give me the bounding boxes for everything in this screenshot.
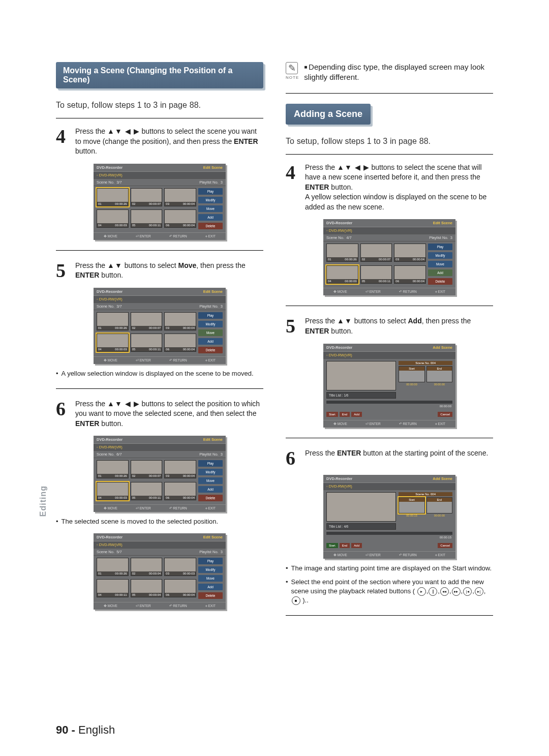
screenshot-edit-4: DVD-RecorderEdit Scene ◦ DVD-RW(VR) Scen… bbox=[56, 533, 263, 610]
scene-thumb: 0600:00:04 bbox=[164, 334, 196, 352]
menu-modify: Modify bbox=[198, 469, 223, 475]
scene-thumb: 0300:00:03 bbox=[164, 558, 196, 576]
scene-thumb: 0600:00:04 bbox=[164, 209, 196, 228]
step-5-right: 5 Press the ▲▼ buttons to select Add, th… bbox=[286, 316, 493, 336]
tv-screen: DVD-RecorderEdit Scene ◦ DVD-RW(VR) Scen… bbox=[323, 219, 455, 295]
note-text: Depending disc type, the displayed scree… bbox=[304, 62, 493, 83]
scene-thumb: 0200:00:04 bbox=[131, 558, 163, 576]
tv-screen: DVD-RecorderAdd Scene ◦ DVD-RW(VR) Title… bbox=[323, 344, 455, 428]
menu-delete: Delete bbox=[198, 495, 223, 501]
scene-thumb: 0400:00:03 bbox=[326, 265, 358, 284]
menu-delete: Delete bbox=[198, 347, 223, 353]
scene-thumb: 0500:00:11 bbox=[360, 265, 392, 284]
scene-thumb: 0400:00:03 bbox=[97, 334, 129, 352]
note-icon: ✎ bbox=[286, 62, 298, 74]
right-column: ✎ NOTE Depending disc type, the displaye… bbox=[286, 62, 493, 626]
scene-thumb: 0100:00:26 bbox=[326, 244, 358, 262]
section-heading-adding: Adding a Scene bbox=[286, 104, 371, 125]
menu-modify: Modify bbox=[198, 321, 223, 327]
tv-screen: DVD-RecorderEdit Scene ◦ DVD-RW(VR) Scen… bbox=[94, 436, 226, 512]
lead-left: To setup, follow steps 1 to 3 in page 88… bbox=[56, 101, 263, 110]
bullet-start-window: The image and starting point time are di… bbox=[286, 564, 493, 573]
section-heading-moving: Moving a Scene (Changing the Position of… bbox=[56, 62, 263, 88]
side-tab: Editing bbox=[39, 486, 48, 517]
menu-play: Play bbox=[198, 558, 223, 564]
menu-add: Add bbox=[198, 584, 223, 590]
preview-image bbox=[326, 361, 396, 390]
timeline bbox=[326, 401, 452, 404]
menu-play: Play bbox=[428, 244, 452, 250]
scene-thumb: 0100:00:26 bbox=[97, 558, 129, 576]
menu-add: Add bbox=[198, 338, 223, 345]
step-5-left: 5 Press the ▲▼ buttons to select Move, t… bbox=[56, 261, 263, 281]
tv-screen: DVD-RecorderEdit Scene ◦ DVD-RW(VR) Scen… bbox=[94, 164, 226, 240]
screenshot-add-1: DVD-RecorderAdd Scene ◦ DVD-RW(VR) Title… bbox=[286, 344, 493, 428]
menu-delete: Delete bbox=[198, 223, 223, 229]
menu-modify: Modify bbox=[428, 252, 452, 259]
skip-back-icon: |◂ bbox=[463, 587, 472, 596]
screenshot-edit-1: DVD-RecorderEdit Scene ◦ DVD-RW(VR) Scen… bbox=[56, 164, 263, 240]
note-yellow-window: A yellow selection window is displayed o… bbox=[56, 369, 263, 378]
step-4-left: 4 Press the ▲▼ ◀ ▶ buttons to select the… bbox=[56, 127, 263, 157]
scene-thumb: 0500:00:11 bbox=[131, 334, 163, 352]
menu-modify: Modify bbox=[198, 566, 223, 573]
addsc-cancel: Cancel bbox=[438, 412, 452, 417]
addsc-end: End bbox=[340, 543, 350, 548]
addsc-end: End bbox=[340, 412, 350, 417]
timeline bbox=[326, 532, 452, 535]
addsc-start: Start bbox=[326, 543, 338, 548]
play-icon: ▸ bbox=[417, 587, 426, 596]
scene-thumb: 0400:00:03 bbox=[97, 209, 129, 228]
scene-thumb: 0200:00:07 bbox=[131, 312, 163, 330]
scene-thumb: 0500:00:11 bbox=[131, 209, 163, 228]
menu-delete: Delete bbox=[428, 278, 452, 285]
stop-icon: ■ bbox=[292, 596, 300, 605]
page-footer: 90 - English bbox=[56, 723, 115, 737]
scene-thumb: 0300:00:04 bbox=[164, 188, 196, 206]
note-label: NOTE bbox=[286, 75, 299, 80]
menu-play: Play bbox=[198, 460, 223, 467]
lead-right: To setup, follow steps 1 to 3 in page 88… bbox=[286, 137, 493, 146]
preview-image bbox=[326, 492, 396, 522]
screenshot-edit-right: DVD-RecorderEdit Scene ◦ DVD-RW(VR) Scen… bbox=[286, 219, 493, 295]
menu-move: Move bbox=[198, 205, 223, 212]
menu-move: Move bbox=[198, 329, 223, 336]
note-box: ✎ NOTE Depending disc type, the displaye… bbox=[286, 62, 493, 83]
step-6-right: 6 Press the ENTER button at the starting… bbox=[286, 448, 493, 468]
addsc-start: Start bbox=[326, 412, 338, 417]
scene-thumb: 0300:00:04 bbox=[164, 460, 196, 478]
addsc-add: Add bbox=[351, 412, 362, 417]
skip-fwd-icon: ▸| bbox=[475, 587, 483, 596]
scene-thumb: 0400:00:11 bbox=[97, 579, 129, 597]
scene-thumb: 0600:00:04 bbox=[394, 265, 426, 284]
menu-move: Move bbox=[198, 575, 223, 582]
menu-play: Play bbox=[198, 188, 223, 195]
menu-modify: Modify bbox=[198, 197, 223, 203]
addsc-add: Add bbox=[351, 543, 362, 548]
scene-thumb: 0300:00:04 bbox=[394, 244, 426, 262]
pause-icon: ∥ bbox=[429, 587, 437, 596]
menu-add: Add bbox=[198, 214, 223, 221]
scene-thumb: 0200:00:07 bbox=[131, 460, 163, 478]
menu-add: Add bbox=[198, 486, 223, 493]
scene-thumb: 0100:00:26 bbox=[97, 312, 129, 330]
scene-thumb: 0600:00:04 bbox=[164, 579, 196, 597]
scene-thumb: 0100:00:26 bbox=[97, 188, 129, 206]
menu-move: Move bbox=[428, 261, 452, 267]
addsc-cancel: Cancel bbox=[438, 543, 452, 548]
menu-play: Play bbox=[198, 312, 223, 319]
left-column: Moving a Scene (Changing the Position of… bbox=[56, 62, 263, 626]
arrow-icons: ▲▼ ◀ ▶ bbox=[107, 127, 140, 135]
scene-thumb: 0200:00:07 bbox=[131, 188, 163, 206]
scene-thumb: 0200:00:07 bbox=[360, 244, 392, 262]
scene-thumb: 0500:00:11 bbox=[131, 482, 163, 500]
note-moved: The selected scene is moved to the selec… bbox=[56, 517, 263, 526]
bullet-end-point: Select the end point of the section wher… bbox=[286, 578, 493, 605]
tv-screen: DVD-RecorderAdd Scene ◦ DVD-RW(VR) Title… bbox=[323, 475, 455, 559]
ff-icon: ▸▸ bbox=[452, 587, 461, 596]
scene-thumb: 0300:00:04 bbox=[164, 312, 196, 330]
scene-thumb: 0100:00:26 bbox=[97, 460, 129, 478]
tv-screen: DVD-RecorderEdit Scene ◦ DVD-RW(VR) Scen… bbox=[94, 533, 226, 610]
screenshot-edit-2: DVD-RecorderEdit Scene ◦ DVD-RW(VR) Scen… bbox=[56, 288, 263, 364]
menu-delete: Delete bbox=[198, 592, 223, 599]
